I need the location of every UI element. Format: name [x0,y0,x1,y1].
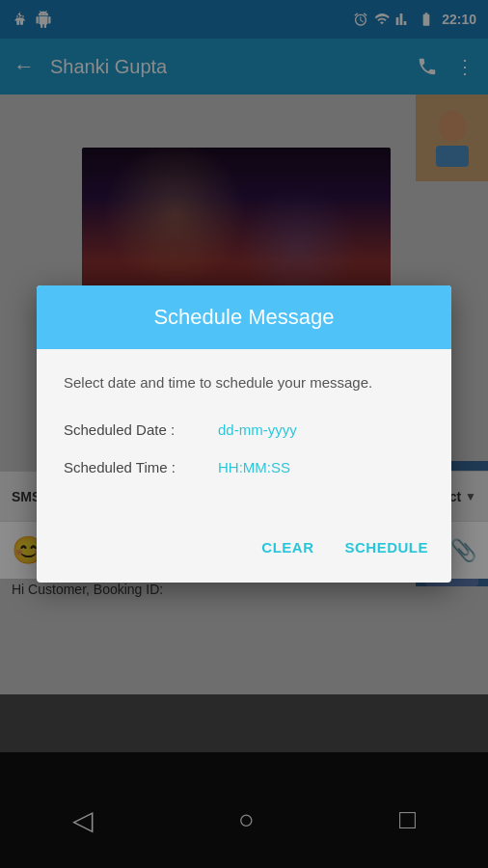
modal-overlay: Schedule Message Select date and time to… [0,0,488,868]
modal-header: Schedule Message [37,285,451,349]
modal-description: Select date and time to schedule your me… [64,372,424,394]
modal-body: Select date and time to schedule your me… [37,349,451,520]
modal-title: Schedule Message [153,305,334,329]
scheduled-date-value[interactable]: dd-mm-yyyy [218,421,297,438]
scheduled-time-field: Scheduled Time : HH:MM:SS [64,459,424,475]
modal-footer: CLEAR SCHEDULE [37,520,451,583]
schedule-confirm-button[interactable]: SCHEDULE [340,531,432,563]
clear-button[interactable]: CLEAR [258,531,317,563]
scheduled-date-label: Scheduled Date : [64,421,218,438]
scheduled-date-field: Scheduled Date : dd-mm-yyyy [64,421,424,438]
scheduled-time-value[interactable]: HH:MM:SS [218,459,290,475]
schedule-message-modal: Schedule Message Select date and time to… [37,285,451,583]
scheduled-time-label: Scheduled Time : [64,459,218,475]
